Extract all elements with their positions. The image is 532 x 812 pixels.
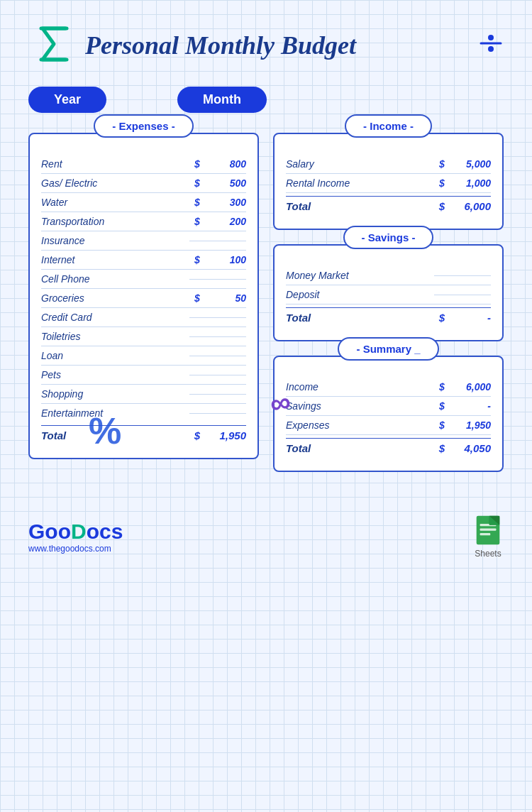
row-value: 300	[204, 197, 246, 208]
divide-icon	[478, 31, 504, 61]
row-dollar: $	[436, 442, 448, 454]
svg-rect-7	[480, 529, 497, 531]
percent-icon: %	[89, 410, 121, 452]
row-label: Loan	[41, 350, 171, 361]
table-row: Rent$800	[41, 155, 246, 174]
row-dollar: $	[191, 254, 204, 265]
row-value	[189, 241, 246, 241]
expenses-total-row: Total $ 1,950	[41, 425, 246, 445]
row-label: Insurance	[41, 235, 171, 246]
income-section: - Income - Salary$5,000Rental Income$1,0…	[273, 133, 504, 230]
row-value: 1,950	[448, 419, 491, 431]
table-row: Groceries$50	[41, 289, 246, 308]
row-value: 800	[204, 158, 246, 170]
table-row: Transportation$200	[41, 212, 246, 231]
svg-point-2	[488, 35, 494, 40]
table-row: Salary$5,000	[286, 155, 491, 174]
row-label: Shopping	[41, 388, 171, 400]
row-label: Groceries	[41, 292, 191, 304]
row-dollar: $	[436, 419, 448, 431]
row-label: Rental Income	[286, 177, 436, 189]
row-label: Credit Card	[41, 312, 171, 323]
table-row: Insurance	[41, 231, 246, 251]
summary-title: - Summary _	[338, 337, 438, 361]
row-value	[434, 275, 491, 276]
row-dollar: $	[436, 177, 448, 189]
row-value: 6,000	[448, 381, 491, 393]
row-label: Expenses	[286, 419, 436, 431]
table-row: Savings$-	[286, 397, 491, 416]
logo-d-accent: D	[71, 520, 87, 543]
header: Personal Monthly Budget	[28, 21, 504, 70]
expenses-total-value: 1,950	[204, 429, 246, 441]
right-column: - Income - Salary$5,000Rental Income$1,0…	[273, 133, 504, 472]
sigma-icon	[28, 21, 74, 70]
table-row: Pets	[41, 366, 246, 385]
svg-point-4	[488, 46, 494, 52]
row-label: Total	[286, 442, 436, 454]
row-label: Total	[286, 312, 436, 324]
row-value: 200	[204, 216, 246, 227]
row-value	[189, 394, 246, 395]
footer: GooDocs www.thegoodocs.com Sheets	[28, 508, 504, 559]
row-dollar: $	[436, 381, 448, 393]
row-label: Toiletries	[41, 331, 171, 342]
expenses-section: - Expenses - Rent$800Gas/ Electric$500Wa…	[28, 133, 259, 459]
row-label: Cell Phone	[41, 273, 171, 285]
row-label: Gas/ Electric	[41, 177, 191, 189]
sheets-label: Sheets	[472, 549, 504, 559]
savings-section: - Savings - Money MarketDepositTotal$-	[273, 244, 504, 341]
row-label: Internet	[41, 254, 191, 265]
table-row: Credit Card	[41, 308, 246, 327]
row-value: 4,050	[448, 442, 491, 454]
income-body: Salary$5,000Rental Income$1,000Total$6,0…	[275, 155, 502, 221]
filter-row: Year Month	[28, 87, 504, 113]
row-label: Water	[41, 197, 191, 208]
row-value: 500	[204, 177, 246, 189]
savings-body: Money MarketDepositTotal$-	[275, 266, 502, 333]
month-button[interactable]: Month	[177, 87, 267, 113]
row-value	[434, 295, 491, 295]
logo: GooDocs	[28, 520, 123, 544]
expenses-total-dollar: $	[191, 429, 204, 441]
table-row: Expenses$1,950	[286, 416, 491, 435]
table-row: Total$-	[286, 307, 491, 327]
page-title: Personal Monthly Budget	[85, 31, 356, 60]
row-value: 1,000	[448, 177, 491, 189]
row-label: Savings	[286, 400, 436, 412]
row-label: Income	[286, 381, 436, 393]
row-dollar: $	[436, 200, 448, 212]
row-label: Salary	[286, 158, 436, 170]
footer-right: Sheets	[472, 515, 504, 559]
table-row: Total$6,000	[286, 196, 491, 216]
row-dollar: $	[436, 312, 448, 324]
table-row: Total$4,050	[286, 438, 491, 458]
row-label: Pets	[41, 369, 171, 380]
footer-url: www.thegoodocs.com	[28, 544, 123, 554]
row-value: 5,000	[448, 158, 491, 170]
summary-body: Income$6,000Savings$-Expenses$1,950Total…	[275, 378, 502, 463]
row-value: -	[448, 312, 491, 324]
row-value: 6,000	[448, 200, 491, 212]
row-value	[189, 336, 246, 337]
row-label: Transportation	[41, 216, 191, 227]
row-value	[189, 279, 246, 280]
table-row: Income$6,000	[286, 378, 491, 397]
table-row: Toiletries	[41, 327, 246, 346]
row-value: 50	[204, 292, 246, 304]
table-row: Cell Phone	[41, 270, 246, 289]
row-label: Deposit	[286, 289, 416, 300]
footer-left: GooDocs www.thegoodocs.com	[28, 520, 123, 554]
table-row: Rental Income$1,000	[286, 174, 491, 193]
row-dollar: $	[191, 158, 204, 170]
row-dollar: $	[191, 197, 204, 208]
row-value	[189, 375, 246, 375]
year-button[interactable]: Year	[28, 87, 106, 113]
summary-section: - Summary _ Income$6,000Savings$-Expense…	[273, 356, 504, 472]
table-row: Loan	[41, 346, 246, 366]
row-dollar: $	[191, 216, 204, 227]
logo-ocs: ocs	[87, 520, 123, 543]
expenses-body: Rent$800Gas/ Electric$500Water$300Transp…	[30, 155, 257, 451]
sheets-icon	[472, 515, 504, 546]
table-row: Shopping	[41, 385, 246, 404]
